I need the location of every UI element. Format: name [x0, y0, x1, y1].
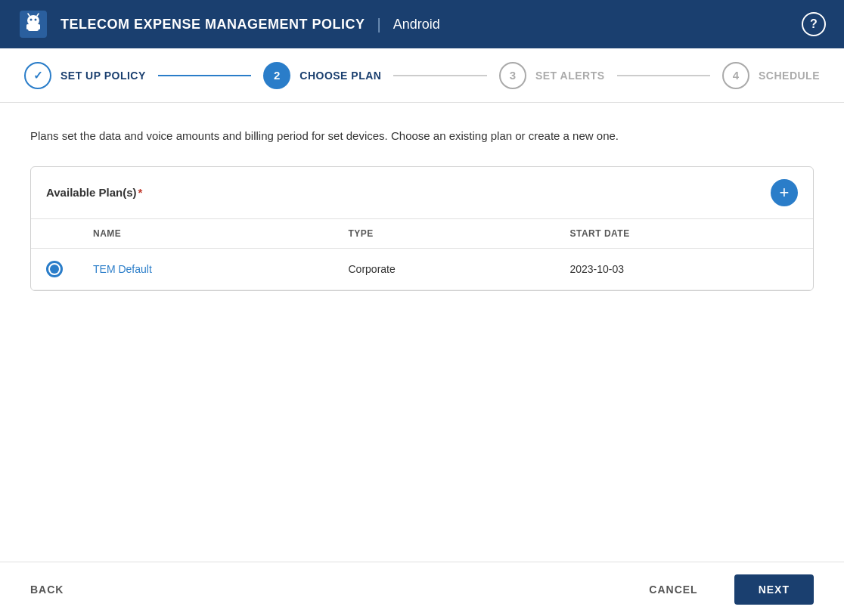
svg-point-4: [35, 19, 37, 21]
connector-3-4: [617, 75, 710, 76]
step-2: 2 CHOOSE PLAN: [263, 62, 381, 89]
col-start-date: START DATE: [554, 219, 813, 249]
col-radio: [31, 219, 78, 249]
step-1: ✓ SET UP POLICY: [24, 62, 146, 89]
cancel-button[interactable]: CANCEL: [625, 574, 721, 605]
header-divider: |: [377, 16, 381, 33]
plans-card-title: Available Plan(s): [46, 186, 137, 199]
col-name: NAME: [78, 219, 334, 249]
add-plan-button[interactable]: +: [771, 179, 798, 206]
plans-card-title-group: Available Plan(s)*: [46, 186, 142, 200]
table-row: TEM Default Corporate 2023-10-03: [31, 249, 813, 290]
step-2-label: CHOOSE PLAN: [299, 70, 381, 82]
connector-2-3: [393, 75, 486, 76]
stepper: ✓ SET UP POLICY 2 CHOOSE PLAN 3 SET ALER…: [0, 48, 844, 103]
plans-card-header: Available Plan(s)* +: [31, 167, 813, 219]
step-3-circle: 3: [499, 62, 526, 89]
next-button[interactable]: NEXT: [734, 574, 814, 605]
step-4-label: SCHEDULE: [759, 70, 820, 82]
footer: BACK CANCEL NEXT: [0, 562, 844, 616]
header-title: TELECOM EXPENSE MANAGEMENT POLICY: [61, 17, 365, 33]
radio-inner-dot: [50, 265, 59, 274]
svg-rect-2: [28, 23, 39, 31]
svg-point-3: [30, 19, 33, 21]
step-1-label: SET UP POLICY: [61, 70, 146, 82]
step-3-label: SET ALERTS: [535, 70, 605, 82]
step-3: 3 SET ALERTS: [499, 62, 605, 89]
row-start-date-cell: 2023-10-03: [554, 249, 813, 290]
app-header: TELECOM EXPENSE MANAGEMENT POLICY | Andr…: [0, 0, 844, 48]
row-type-cell: Corporate: [334, 249, 555, 290]
back-button[interactable]: BACK: [30, 574, 88, 605]
connector-1-2: [158, 75, 251, 76]
step-2-circle: 2: [263, 62, 290, 89]
step-4-circle: 4: [722, 62, 749, 89]
plans-card: Available Plan(s)* + NAME TYPE START DAT…: [30, 166, 814, 291]
step-4: 4 SCHEDULE: [722, 62, 820, 89]
required-indicator: *: [138, 186, 143, 199]
description-text: Plans set the data and voice amounts and…: [30, 127, 814, 145]
table-header-row: NAME TYPE START DATE: [31, 219, 813, 249]
plans-table: NAME TYPE START DATE TEM Default Corpora…: [31, 219, 813, 290]
row-name-cell: TEM Default: [78, 249, 334, 290]
main-content: Plans set the data and voice amounts and…: [0, 103, 844, 562]
header-platform: Android: [393, 17, 440, 33]
step-1-circle: ✓: [24, 62, 51, 89]
svg-rect-7: [26, 24, 29, 29]
row-radio-cell[interactable]: [31, 249, 78, 290]
app-logo: [18, 9, 48, 39]
svg-rect-8: [38, 24, 40, 29]
col-type: TYPE: [334, 219, 555, 249]
plan-radio-button[interactable]: [46, 261, 63, 277]
plan-name-link[interactable]: TEM Default: [93, 263, 152, 275]
help-button[interactable]: ?: [802, 12, 826, 36]
